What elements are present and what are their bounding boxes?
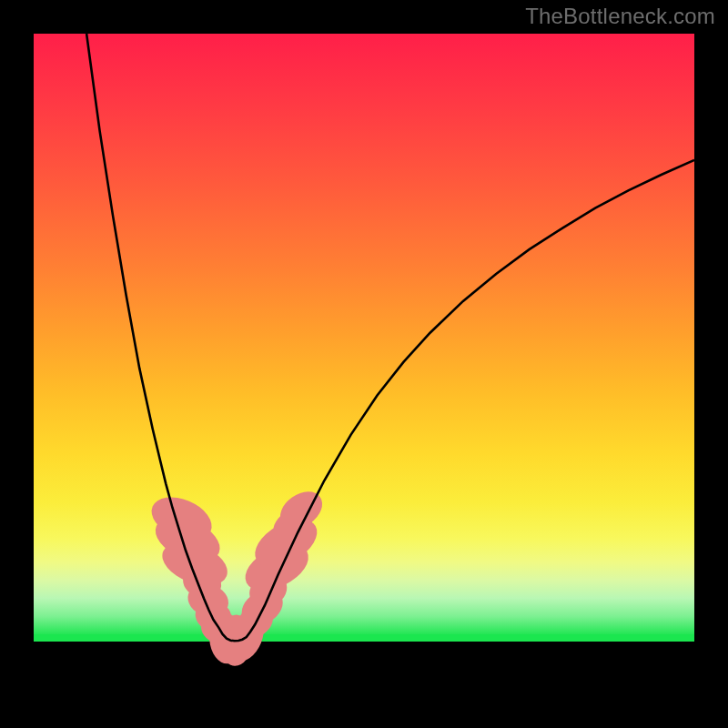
watermark-label: TheBottleneck.com <box>525 4 715 29</box>
chart-stage: TheBottleneck.com <box>0 0 728 728</box>
curve-layer <box>34 34 694 694</box>
plot-area <box>34 34 694 694</box>
